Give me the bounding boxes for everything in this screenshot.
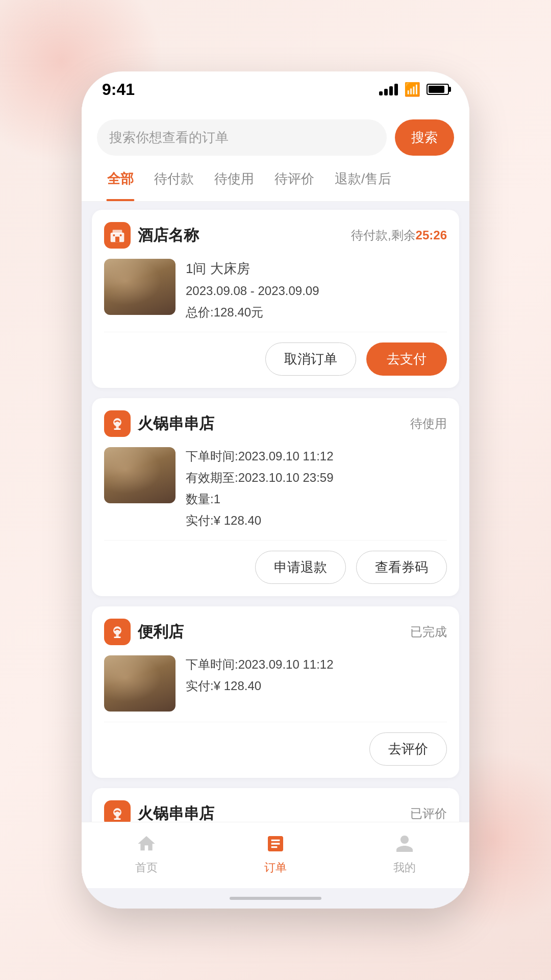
tab-refund[interactable]: 退款/售后 <box>324 166 402 192</box>
order-info-1: 1间 大床房 2023.09.08 - 2023.09.09 总价:128.40… <box>186 259 447 322</box>
svg-rect-2 <box>115 237 119 242</box>
order-card-3: 便利店 已完成 下单时间:2023.09.10 11:12 实付:¥ 128.4… <box>92 606 459 778</box>
tab-pending-use[interactable]: 待使用 <box>204 166 264 192</box>
home-indicator <box>82 888 469 909</box>
order-merchant-4: 火锅串串店 <box>104 800 214 822</box>
order-info-line-3-1: 下单时间:2023.09.10 11:12 <box>186 655 447 674</box>
phone-frame: 9:41 📶 搜索你想查看的订单 搜索 全部 待付款 待 <box>82 71 469 909</box>
order-card-1: 酒店名称 待付款,剩余25:26 1间 大床房 2023.09.08 - 202… <box>92 210 459 388</box>
battery-icon <box>427 84 449 95</box>
search-bar: 搜索你想查看的订单 搜索 <box>82 107 469 166</box>
order-info-line-1-3: 总价:128.40元 <box>186 303 447 322</box>
order-actions-2: 申请退款 查看券码 <box>104 540 447 584</box>
nav-orders-label: 订单 <box>264 860 287 875</box>
nav-profile[interactable]: 我的 <box>340 830 469 875</box>
profile-icon <box>391 830 418 857</box>
wifi-icon: 📶 <box>404 82 420 97</box>
bottom-nav: 首页 订单 我的 <box>82 822 469 888</box>
order-merchant-2: 火锅串串店 <box>104 410 214 437</box>
order-actions-3: 去评价 <box>104 722 447 766</box>
svg-rect-7 <box>114 428 120 430</box>
nav-profile-label: 我的 <box>393 860 416 875</box>
search-button[interactable]: 搜索 <box>395 119 454 156</box>
order-status-1: 待付款,剩余25:26 <box>351 227 447 243</box>
search-placeholder: 搜索你想查看的订单 <box>109 129 229 146</box>
tab-bar: 全部 待付款 待使用 待评价 退款/售后 <box>82 166 469 202</box>
orders-icon <box>262 830 289 857</box>
nav-home-label: 首页 <box>135 860 158 875</box>
refund-button[interactable]: 申请退款 <box>255 551 346 584</box>
order-info-line-1-1: 1间 大床房 <box>186 259 447 279</box>
order-card-4: 火锅串串店 已评价 下单时间:2023.09.10 11:1. 数量:1 实付:… <box>92 788 459 822</box>
order-header-1: 酒店名称 待付款,剩余25:26 <box>104 222 447 249</box>
merchant-name-1: 酒店名称 <box>138 225 199 246</box>
food-icon-3 <box>104 619 131 645</box>
order-image-3 <box>104 655 176 712</box>
search-input-wrap[interactable]: 搜索你想查看的订单 <box>97 119 387 156</box>
view-code-button[interactable]: 查看券码 <box>356 551 447 584</box>
svg-point-8 <box>113 626 121 634</box>
signal-icon <box>379 84 398 95</box>
home-bar <box>230 897 321 900</box>
svg-rect-10 <box>114 636 120 638</box>
nav-orders[interactable]: 订单 <box>211 830 340 875</box>
tab-pending-pay[interactable]: 待付款 <box>144 166 204 192</box>
nav-home[interactable]: 首页 <box>82 830 211 875</box>
svg-rect-13 <box>114 818 120 820</box>
order-info-line-2-2: 有效期至:2023.10.10 23:59 <box>186 469 447 487</box>
merchant-name-4: 火锅串串店 <box>138 803 214 822</box>
order-status-3: 已完成 <box>410 624 447 640</box>
order-body-1: 1间 大床房 2023.09.08 - 2023.09.09 总价:128.40… <box>104 259 447 322</box>
merchant-name-2: 火锅串串店 <box>138 413 214 434</box>
order-info-line-2-1: 下单时间:2023.09.10 11:12 <box>186 447 447 465</box>
order-merchant-1: 酒店名称 <box>104 222 199 249</box>
order-status-4: 已评价 <box>410 805 447 822</box>
order-actions-1: 取消订单 去支付 <box>104 332 447 376</box>
home-icon <box>133 830 160 857</box>
order-status-2: 待使用 <box>410 415 447 432</box>
order-info-line-1-2: 2023.09.08 - 2023.09.09 <box>186 282 447 300</box>
order-header-3: 便利店 已完成 <box>104 619 447 645</box>
hotel-icon <box>104 222 131 249</box>
svg-point-4 <box>120 234 122 236</box>
status-time: 9:41 <box>102 80 135 99</box>
order-info-line-2-4: 实付:¥ 128.40 <box>186 511 447 530</box>
pay-button[interactable]: 去支付 <box>366 342 447 376</box>
order-body-2: 下单时间:2023.09.10 11:12 有效期至:2023.10.10 23… <box>104 447 447 530</box>
tab-pending-review[interactable]: 待评价 <box>264 166 324 192</box>
order-card-2: 火锅串串店 待使用 下单时间:2023.09.10 11:12 有效期至:202… <box>92 398 459 596</box>
cancel-order-button[interactable]: 取消订单 <box>265 342 356 376</box>
order-info-3: 下单时间:2023.09.10 11:12 实付:¥ 128.40 <box>186 655 447 712</box>
svg-point-11 <box>113 808 121 816</box>
svg-point-5 <box>113 418 121 426</box>
orders-list: 酒店名称 待付款,剩余25:26 1间 大床房 2023.09.08 - 202… <box>82 202 469 822</box>
svg-rect-1 <box>113 230 122 234</box>
main-content: 搜索你想查看的订单 搜索 全部 待付款 待使用 待评价 退款/售后 <box>82 107 469 888</box>
order-info-line-2-3: 数量:1 <box>186 490 447 508</box>
food-icon-2 <box>104 410 131 437</box>
merchant-name-3: 便利店 <box>138 622 184 643</box>
order-info-2: 下单时间:2023.09.10 11:12 有效期至:2023.10.10 23… <box>186 447 447 530</box>
order-merchant-3: 便利店 <box>104 619 184 645</box>
order-info-line-3-2: 实付:¥ 128.40 <box>186 677 447 695</box>
order-header-4: 火锅串串店 已评价 <box>104 800 447 822</box>
svg-point-3 <box>113 234 115 236</box>
order-image-1 <box>104 259 176 315</box>
review-button[interactable]: 去评价 <box>369 732 447 766</box>
order-image-2 <box>104 447 176 503</box>
status-icons: 📶 <box>379 82 449 97</box>
order-header-2: 火锅串串店 待使用 <box>104 410 447 437</box>
tab-all[interactable]: 全部 <box>97 166 144 192</box>
status-bar: 9:41 📶 <box>82 71 469 107</box>
food-icon-4 <box>104 800 131 822</box>
order-body-3: 下单时间:2023.09.10 11:12 实付:¥ 128.40 <box>104 655 447 712</box>
